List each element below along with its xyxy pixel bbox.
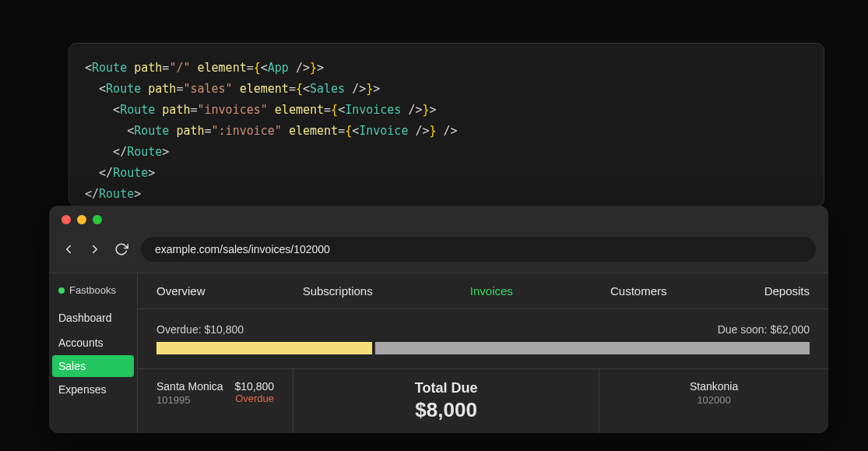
code-line: <Route path="sales" element={<Sales />}> bbox=[85, 79, 808, 100]
refresh-icon[interactable] bbox=[114, 242, 128, 256]
sidebar-item-expenses[interactable]: Expenses bbox=[49, 377, 137, 402]
invoice-name: Santa Monica bbox=[156, 380, 223, 393]
invoice-card-right[interactable]: Stankonia 102000 bbox=[599, 369, 828, 433]
code-line: <Route path=":invoice" element={<Invoice… bbox=[85, 121, 808, 142]
invoice-status: Overdue bbox=[234, 393, 274, 404]
total-due-amount: $8,000 bbox=[312, 398, 580, 422]
code-line: </Route> bbox=[85, 142, 808, 163]
brand-name: Fastbooks bbox=[69, 284, 116, 296]
window-controls bbox=[49, 206, 828, 234]
invoice-card-center[interactable]: Total Due $8,000 bbox=[293, 369, 599, 433]
tab-deposits[interactable]: Deposits bbox=[764, 284, 810, 298]
progress-bar bbox=[156, 342, 810, 354]
code-line: </Route> bbox=[85, 163, 808, 184]
back-icon[interactable] bbox=[61, 242, 76, 256]
code-line: </Route> bbox=[85, 184, 808, 205]
invoice-amount: $10,800 bbox=[234, 380, 274, 393]
tab-subscriptions[interactable]: Subscriptions bbox=[303, 284, 373, 298]
sidebar: Fastbooks DashboardAccountsSalesExpenses bbox=[49, 273, 138, 433]
sidebar-item-accounts[interactable]: Accounts bbox=[49, 330, 137, 355]
code-line: <Route path="invoices" element={<Invoice… bbox=[85, 100, 808, 121]
progress-overdue-segment bbox=[156, 342, 372, 354]
invoice-name: Stankonia bbox=[618, 380, 810, 393]
code-block: <Route path="/" element={<App />}> <Rout… bbox=[69, 43, 824, 206]
duesoon-label: Due soon: $62,000 bbox=[718, 323, 810, 336]
invoice-id: 101995 bbox=[156, 394, 223, 406]
url-bar[interactable]: example.com/sales/invoices/102000 bbox=[141, 237, 816, 262]
summary-section: Overdue: $10,800 Due soon: $62,000 bbox=[138, 309, 828, 354]
invoice-card-left[interactable]: Santa Monica 101995 $10,800 Overdue bbox=[138, 369, 293, 433]
invoice-id: 102000 bbox=[618, 394, 810, 406]
tab-invoices[interactable]: Invoices bbox=[470, 284, 513, 298]
main-content: OverviewSubscriptionsInvoicesCustomersDe… bbox=[138, 273, 828, 433]
code-line: <Route path="/" element={<App />}> bbox=[85, 58, 808, 79]
tab-overview[interactable]: Overview bbox=[156, 284, 206, 298]
close-icon[interactable] bbox=[61, 215, 71, 224]
tab-customers[interactable]: Customers bbox=[610, 284, 667, 298]
maximize-icon[interactable] bbox=[93, 215, 102, 224]
sidebar-item-sales[interactable]: Sales bbox=[52, 355, 134, 377]
overdue-label: Overdue: $10,800 bbox=[156, 323, 244, 336]
browser-toolbar: example.com/sales/invoices/102000 bbox=[49, 234, 828, 273]
progress-duesoon-segment bbox=[375, 342, 810, 354]
brand-dot-icon bbox=[58, 287, 65, 294]
sidebar-item-dashboard[interactable]: Dashboard bbox=[49, 305, 137, 330]
forward-icon[interactable] bbox=[88, 242, 102, 256]
tabs-row: OverviewSubscriptionsInvoicesCustomersDe… bbox=[138, 273, 828, 309]
browser-window: example.com/sales/invoices/102000 Fastbo… bbox=[49, 206, 828, 433]
invoice-row: Santa Monica 101995 $10,800 Overdue Tota… bbox=[138, 368, 828, 433]
brand: Fastbooks bbox=[49, 284, 137, 305]
minimize-icon[interactable] bbox=[77, 215, 86, 224]
total-due-label: Total Due bbox=[312, 380, 580, 396]
